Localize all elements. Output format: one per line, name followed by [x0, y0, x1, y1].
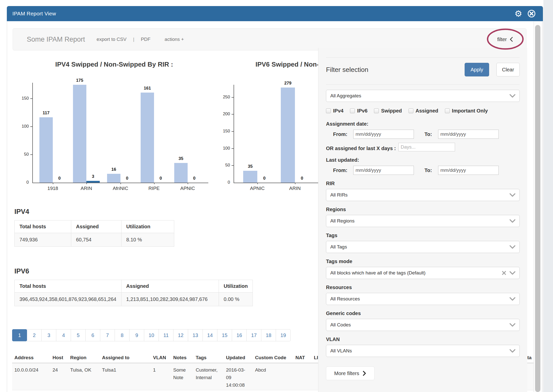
y-tick: [232, 165, 234, 166]
y-tick: [232, 97, 234, 98]
x-tick: [188, 183, 188, 184]
table-row: 749,93660,7548.10 %: [15, 233, 174, 247]
select-value: All VLANs: [330, 348, 352, 354]
ipv4-bar-chart: IPV4 Swipped / Non-Swipped By RIR :05010…: [20, 61, 208, 198]
select-icons: [510, 245, 515, 249]
y-tick-label: 150: [17, 96, 29, 101]
tags-mode-label: Tags mode: [326, 259, 520, 264]
page-button-2[interactable]: 2: [27, 329, 42, 341]
record-cell-assigned-to: Tulsa1: [102, 366, 149, 374]
assignment-to-label: To:: [424, 131, 436, 137]
swipped-checkbox[interactable]: [374, 108, 379, 113]
y-axis: [234, 85, 234, 183]
page-button-4[interactable]: 4: [56, 329, 71, 341]
page-button-18[interactable]: 18: [261, 329, 276, 341]
page-button-6[interactable]: 6: [85, 329, 100, 341]
page-button-16[interactable]: 16: [232, 329, 247, 341]
y-tick-label: 200: [218, 111, 230, 117]
clear-x-icon[interactable]: [502, 271, 506, 275]
y-tick-label: 0: [218, 180, 230, 185]
page-button-9[interactable]: 9: [129, 329, 144, 341]
bar-value-label: 0: [152, 176, 170, 181]
ipv4-checkbox[interactable]: [326, 108, 331, 113]
apply-button[interactable]: Apply: [465, 63, 489, 76]
rir-select[interactable]: All RIRs: [326, 189, 520, 201]
y-tick: [232, 114, 234, 115]
resources-select[interactable]: All Resources: [326, 293, 520, 305]
x-tick: [120, 183, 121, 184]
last-updated-label: Last updated:: [326, 157, 520, 163]
or-days-label: OR assigned for last X days :: [326, 144, 396, 153]
assigned-checkbox[interactable]: [409, 108, 413, 113]
page-button-13[interactable]: 13: [188, 329, 203, 341]
page-button-15[interactable]: 15: [217, 329, 232, 341]
assignment-from-input[interactable]: [353, 130, 414, 139]
more-filters-button[interactable]: More filters: [326, 367, 374, 380]
updated-to-input[interactable]: [438, 166, 499, 175]
page-button-19[interactable]: 19: [276, 329, 291, 341]
checkbox-label: IPv4: [333, 108, 343, 114]
ipv4-checkbox-item: IPv4: [326, 108, 343, 114]
record-cell-updated: 2016-03-09 14:00:08: [226, 366, 249, 389]
bar-value-label: 35: [241, 164, 259, 169]
important-only-checkbox[interactable]: [445, 108, 450, 113]
ipv6-summary-cell: 1,213,851,100,282,309,624,987,676: [121, 293, 219, 306]
regions-select[interactable]: All Regions: [326, 215, 520, 227]
record-cell-region: Tulsa, OK: [70, 366, 99, 374]
page-button-12[interactable]: 12: [173, 329, 188, 341]
record-cell-host: 24: [53, 366, 66, 374]
bar-apnic-light: [243, 171, 257, 183]
generic-codes-select[interactable]: All Codes: [326, 319, 520, 331]
y-tick-label: 250: [218, 95, 230, 100]
checkbox-label: Assigned: [416, 108, 438, 114]
clear-button[interactable]: Clear: [496, 63, 520, 76]
page-button-5[interactable]: 5: [71, 329, 86, 341]
ipv6-summary-cell: 0.00 %: [219, 293, 253, 306]
ipv6-summary-section: IPV6 Total hostsAssignedUtilization396,4…: [14, 267, 253, 306]
chevron-down-icon: [510, 219, 515, 223]
vlan-label: VLAN: [326, 337, 520, 342]
page-button-3[interactable]: 3: [41, 329, 56, 341]
page-button-1[interactable]: 1: [12, 329, 27, 341]
y-tick-label: 100: [17, 124, 29, 129]
ipv4-summary-section: IPV4 Total hostsAssignedUtilization749,9…: [14, 208, 174, 247]
updated-from-label: From:: [333, 167, 351, 173]
assignment-to-input[interactable]: [438, 130, 499, 139]
bar-value-label: 3: [84, 174, 102, 179]
page-button-17[interactable]: 17: [246, 329, 261, 341]
select-value: All blocks which have all of the tags (D…: [330, 270, 425, 276]
close-icon[interactable]: [527, 9, 536, 18]
ipv4-summary-col-header: Utilization: [121, 220, 174, 233]
tags-select[interactable]: All Tags: [326, 241, 520, 253]
ipv6-checkbox[interactable]: [350, 108, 355, 113]
bar-value-label: 161: [139, 86, 156, 91]
rir-label: RIR: [326, 181, 520, 186]
important-only-checkbox-item: Important Only: [445, 108, 488, 114]
tags-mode-select[interactable]: All blocks which have all of the tags (D…: [326, 267, 520, 279]
select-value: All Tags: [330, 244, 347, 250]
scrollbar-track[interactable]: [534, 21, 542, 392]
panel-divider-top: [326, 57, 520, 58]
ipv6-summary-table: Total hostsAssignedUtilization396,453,92…: [14, 280, 253, 306]
filter-selection-heading: Filter selection: [326, 66, 368, 74]
page-button-14[interactable]: 14: [203, 329, 217, 341]
ipv6-heading: IPV6: [14, 267, 253, 275]
updated-from-input[interactable]: [353, 166, 414, 175]
page-button-10[interactable]: 10: [144, 329, 159, 341]
page-button-7[interactable]: 7: [100, 329, 115, 341]
record-cell-address: 10.0.0.0/24: [14, 366, 51, 374]
settings-gear-icon[interactable]: ⚙: [515, 9, 522, 18]
aggregates-select[interactable]: All Aggregates: [326, 90, 520, 102]
bar-value-label: 279: [279, 81, 297, 86]
vlan-select[interactable]: All VLANs: [326, 345, 520, 357]
more-filters-label: More filters: [334, 371, 359, 376]
bar-value-label: 0: [256, 176, 273, 181]
scrollbar-thumb[interactable]: [535, 25, 540, 392]
checkbox-label: Important Only: [452, 108, 488, 114]
page-button-8[interactable]: 8: [115, 329, 130, 341]
page-button-11[interactable]: 11: [159, 329, 173, 341]
days-input[interactable]: [398, 143, 455, 151]
records-header-nat: NAT: [295, 355, 305, 360]
select-icons: [502, 271, 515, 275]
y-tick-label: 100: [218, 146, 230, 151]
